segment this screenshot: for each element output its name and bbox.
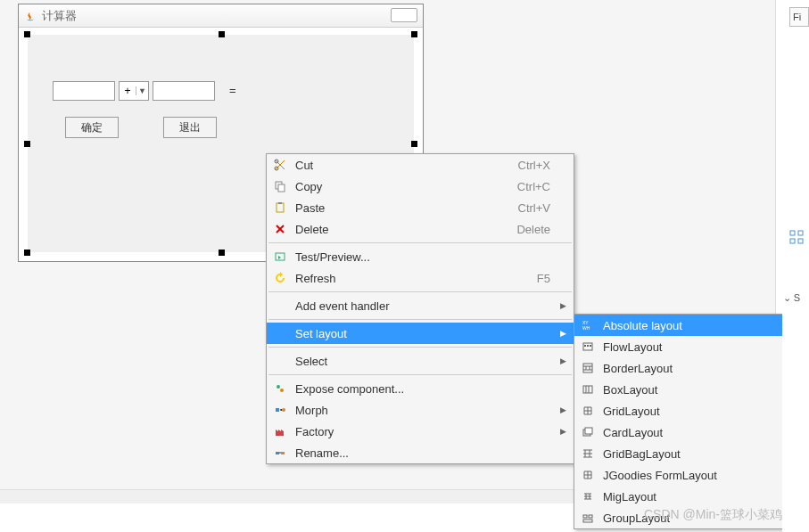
submenu-grid[interactable]: GridLayout: [574, 400, 782, 422]
submenu-gridbag[interactable]: GridBagLayout: [574, 443, 782, 464]
svg-rect-25: [583, 520, 592, 522]
svg-rect-28: [790, 239, 795, 243]
svg-rect-5: [278, 202, 282, 204]
menu-label: Factory: [290, 425, 556, 438]
menu-label: BoxLayout: [598, 383, 764, 397]
chevron-right-icon: ▶: [560, 329, 566, 338]
resize-handle[interactable]: [219, 250, 225, 256]
svg-rect-20: [583, 386, 592, 393]
submenu-absolute[interactable]: XYWH Absolute layout: [574, 315, 782, 336]
menu-rename[interactable]: Rename...: [267, 442, 574, 463]
blank-icon: [270, 353, 290, 369]
submenu-border[interactable]: BorderLayout: [574, 357, 782, 379]
menu-paste[interactable]: Paste Ctrl+V: [267, 197, 574, 218]
paste-icon: [270, 200, 290, 216]
context-menu: Cut Ctrl+X Copy Ctrl+C Paste Ctrl+V Dele…: [266, 153, 574, 464]
menu-label: CardLayout: [598, 426, 764, 439]
menu-set-layout[interactable]: Set layout ▶: [267, 323, 574, 344]
menu-label: Morph: [290, 404, 556, 417]
equals-label: =: [229, 84, 236, 97]
border-layout-icon: [578, 360, 598, 376]
structure-icon[interactable]: [789, 230, 804, 247]
svg-rect-18: [590, 345, 591, 347]
operand1-field[interactable]: [53, 81, 115, 101]
menu-shortcut: Ctrl+C: [517, 180, 556, 193]
chevron-right-icon: ▶: [560, 405, 566, 414]
menu-label: Absolute layout: [598, 319, 764, 332]
preview-icon: [270, 249, 290, 265]
resize-handle[interactable]: [24, 31, 30, 37]
rename-icon: [270, 445, 290, 461]
morph-icon: [270, 402, 290, 418]
svg-rect-17: [587, 345, 589, 347]
delete-icon: [270, 221, 290, 237]
gridbag-layout-icon: [578, 446, 598, 462]
menu-delete[interactable]: Delete Delete: [267, 218, 574, 240]
menu-separator: [268, 319, 572, 320]
menu-label: Test/Preview...: [290, 250, 556, 264]
layout-submenu: XYWH Absolute layout FlowLayout BorderLa…: [574, 314, 783, 529]
menu-expose[interactable]: Expose component...: [267, 378, 574, 399]
resize-handle[interactable]: [411, 141, 417, 147]
menu-test-preview[interactable]: Test/Preview...: [267, 246, 574, 267]
copy-icon: [270, 178, 290, 194]
menu-select[interactable]: Select ▶: [267, 350, 574, 372]
menu-add-event[interactable]: Add event handler ▶: [267, 295, 574, 316]
minimize-button[interactable]: [391, 8, 417, 22]
window-title: 计算器: [42, 8, 77, 24]
chevron-right-icon: ▶: [560, 427, 566, 436]
window-titlebar: 计算器: [19, 4, 423, 28]
submenu-box[interactable]: BoxLayout: [574, 379, 782, 400]
svg-rect-9: [276, 408, 279, 412]
resize-handle[interactable]: [219, 31, 225, 37]
form-layout-icon: [578, 467, 598, 483]
svg-rect-24: [589, 515, 592, 518]
menu-separator: [268, 347, 572, 348]
menu-label: Set layout: [290, 327, 556, 340]
submenu-jgoodies[interactable]: JGoodies FormLayout: [574, 464, 782, 486]
svg-point-8: [280, 389, 284, 392]
operator-value: +: [120, 85, 136, 97]
menu-label: Delete: [290, 223, 516, 236]
chevron-down-icon: ▼: [136, 86, 148, 95]
svg-point-7: [277, 385, 280, 389]
blank-icon: [270, 325, 290, 341]
scissors-icon: [270, 157, 290, 173]
submenu-flow[interactable]: FlowLayout: [574, 336, 782, 357]
factory-icon: [270, 423, 290, 439]
svg-rect-19: [583, 364, 592, 372]
menu-label: Cut: [290, 159, 518, 172]
operator-combo[interactable]: + ▼: [119, 81, 149, 101]
svg-rect-3: [278, 184, 285, 192]
menu-label: BorderLayout: [598, 362, 764, 375]
menu-separator: [268, 374, 572, 375]
expand-toggle[interactable]: ⌄ S: [783, 292, 800, 304]
menu-copy[interactable]: Copy Ctrl+C: [267, 176, 574, 197]
expose-icon: [270, 381, 290, 397]
ok-button[interactable]: 确定: [65, 117, 119, 138]
menu-label: MigLayout: [598, 490, 764, 503]
resize-handle[interactable]: [24, 250, 30, 256]
group-layout-icon: [578, 510, 598, 526]
menu-refresh[interactable]: Refresh F5: [267, 267, 574, 289]
menu-factory[interactable]: Factory ▶: [267, 421, 574, 442]
menu-label: GridBagLayout: [598, 447, 764, 461]
menu-cut[interactable]: Cut Ctrl+X: [267, 154, 574, 176]
submenu-card[interactable]: CardLayout: [574, 422, 782, 443]
right-sidebar: Fi ⌄ S: [782, 0, 809, 532]
menu-shortcut: F5: [537, 272, 556, 285]
menu-label: JGoodies FormLayout: [598, 469, 764, 482]
menu-label: Rename...: [290, 446, 556, 460]
svg-rect-22: [585, 428, 592, 434]
svg-rect-27: [798, 231, 803, 235]
refresh-icon: [270, 270, 290, 286]
resize-handle[interactable]: [411, 31, 417, 37]
filter-button[interactable]: Fi: [789, 7, 809, 27]
exit-button[interactable]: 退出: [163, 117, 217, 138]
menu-label: Refresh: [290, 272, 537, 285]
operand2-field[interactable]: [153, 81, 215, 101]
blank-icon: [270, 298, 290, 314]
menu-morph[interactable]: Morph ▶: [267, 399, 574, 421]
submenu-mig[interactable]: MigLayout: [574, 486, 782, 507]
resize-handle[interactable]: [24, 141, 30, 147]
